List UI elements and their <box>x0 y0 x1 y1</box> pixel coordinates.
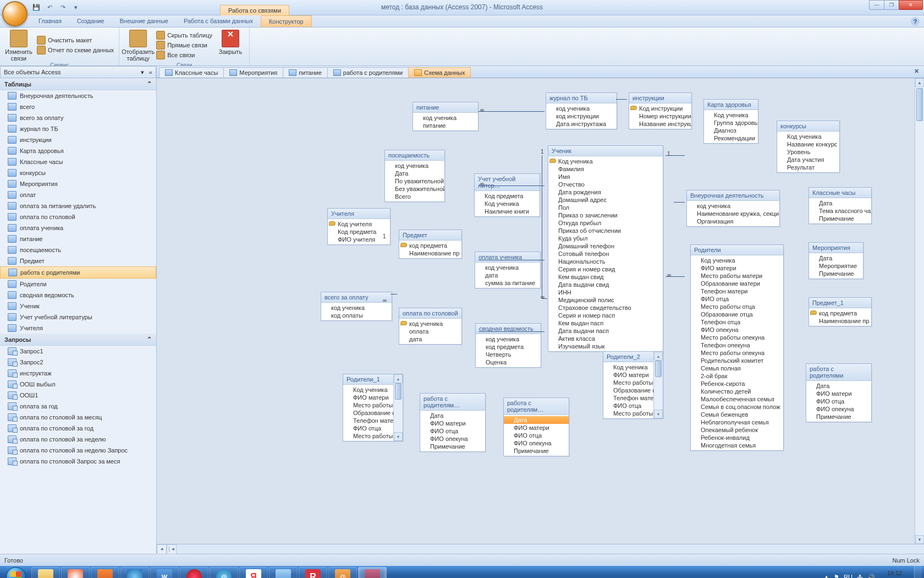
table-field[interactable]: Кем выдан пасп <box>548 319 663 327</box>
table-field[interactable]: Дата <box>809 254 863 262</box>
table-field[interactable]: Уровень <box>777 148 839 156</box>
all-relations-button[interactable]: Все связи <box>155 50 214 60</box>
table-box[interactable]: оплата по столовойкод ученикаоплатадата <box>399 308 462 345</box>
table-box-header[interactable]: всего за оплату <box>321 292 392 303</box>
table-field[interactable]: Тема классного ча <box>809 207 871 215</box>
table-field[interactable]: ФИО опекуна <box>806 405 871 413</box>
table-box-header[interactable]: Родители <box>691 245 783 255</box>
table-field[interactable]: Малообеспеченная семья <box>691 395 783 403</box>
table-field[interactable]: Дата выдачи свид <box>548 281 663 288</box>
tray-clock[interactable]: 18:1210.02.2013 <box>879 570 910 578</box>
nav-query-item[interactable]: ООШ выбыл <box>0 379 156 390</box>
document-tab[interactable]: Классные часы <box>159 67 224 78</box>
table-field[interactable]: оплата <box>399 328 461 335</box>
horizontal-scrollbar[interactable]: ◄ │◄ <box>157 544 924 554</box>
table-field[interactable]: Актив класса <box>548 335 663 342</box>
table-box-header[interactable]: оплата ученика <box>475 252 540 263</box>
table-field[interactable]: Образование матери <box>691 280 783 287</box>
table-box-header[interactable]: работа с родителями <box>806 364 871 381</box>
table-box[interactable]: посещаемостькод ученикаДатаПо уважительн… <box>384 150 445 202</box>
table-field[interactable]: Опекаемый ребенок <box>691 426 783 434</box>
table-field[interactable]: Место работы отца <box>691 303 783 310</box>
table-field[interactable]: Дата выдачи пасп <box>548 327 663 335</box>
table-field[interactable]: Оценка <box>476 358 541 366</box>
table-field[interactable]: код ученика <box>385 162 444 170</box>
nav-query-item[interactable]: оплата за год <box>0 401 156 412</box>
table-box[interactable]: конкурсыКод ученикаНазвание конкурсУрове… <box>777 121 840 173</box>
table-box[interactable]: работа с родителямиДатаФИО материФИО отц… <box>806 363 872 422</box>
table-field[interactable]: Серия и номер пасп <box>548 312 663 319</box>
nav-table-item[interactable]: Мероприятия <box>0 178 156 189</box>
nav-query-item[interactable]: инструктаж <box>0 368 156 379</box>
table-field[interactable]: Неблагополучная семья <box>691 418 783 426</box>
table-field[interactable]: Код ученика <box>475 200 540 208</box>
tab-constructor[interactable]: Конструктор <box>261 15 312 27</box>
nav-table-item[interactable]: всего <box>0 101 156 112</box>
redo-icon[interactable]: ↷ <box>57 2 68 13</box>
table-field[interactable]: Фамилия <box>548 165 663 173</box>
table-field[interactable]: Домашний адрес <box>548 196 663 204</box>
nav-query-item[interactable]: оплата по столовой за год <box>0 423 156 434</box>
table-field[interactable]: Код ученика <box>704 111 758 119</box>
taskbar-app2[interactable]: @ <box>328 567 357 578</box>
nav-query-item[interactable]: оплата по столовой за неделю <box>0 434 156 445</box>
tray-network-icon[interactable]: 🖧 <box>857 574 863 578</box>
table-field[interactable]: Страховое свидетельство <box>548 304 663 312</box>
table-field[interactable]: Имя <box>548 173 663 181</box>
table-field[interactable]: 2-ой брак <box>691 372 783 380</box>
table-field[interactable]: Серия и номер свид <box>548 265 663 273</box>
table-field[interactable]: Рекомендации <box>704 134 758 142</box>
table-field[interactable]: Пол <box>548 204 663 211</box>
taskbar-word[interactable]: W <box>150 567 179 578</box>
table-box[interactable]: УчителяКод учителяКод предметаФИО учител… <box>327 208 391 245</box>
table-field[interactable]: код ученика <box>399 320 461 328</box>
table-field[interactable]: ФИО учителя <box>328 236 390 243</box>
table-field[interactable]: Название конкурс <box>777 140 839 148</box>
table-field[interactable]: Медицинский полис <box>548 296 663 304</box>
table-field[interactable]: Семья полная <box>691 364 783 372</box>
table-box-header[interactable]: Внеурочная деятельность <box>687 190 779 201</box>
table-field[interactable]: ФИО матери <box>504 424 569 432</box>
table-field[interactable]: ФИО опекуна <box>420 435 485 443</box>
table-field[interactable]: Отчество <box>548 181 663 188</box>
tray-flag-icon[interactable]: ⚑ <box>834 574 839 579</box>
nav-table-item[interactable]: Классные часы <box>0 156 156 167</box>
nav-query-item[interactable]: Запрос2 <box>0 357 156 368</box>
box-scrollbar[interactable]: ▴▾ <box>393 374 403 441</box>
table-field[interactable]: Без уважительной <box>385 185 444 193</box>
table-field[interactable]: Место работы опекуна <box>691 349 783 357</box>
table-box-header[interactable]: посещаемость <box>385 150 444 161</box>
table-field[interactable]: Дата <box>504 416 569 424</box>
table-box-header[interactable]: питание <box>413 102 478 113</box>
table-box[interactable]: Внеурочная деятельностькод ученикаНаимен… <box>686 190 780 227</box>
show-desktop-button[interactable] <box>914 566 922 578</box>
table-box[interactable]: РодителиКод ученикаФИО материМесто работ… <box>690 244 784 451</box>
nav-query-item[interactable]: Запрос1 <box>0 346 156 357</box>
table-box-header[interactable]: работа с родителям… <box>420 394 485 411</box>
scrollbar-thumb[interactable] <box>655 361 662 377</box>
nav-query-item[interactable]: ООШ1 <box>0 390 156 401</box>
table-field[interactable]: ФИО отца <box>420 427 485 435</box>
table-field[interactable]: код ученика <box>413 114 478 122</box>
table-field[interactable]: Телефон опекуна <box>691 341 783 349</box>
table-field[interactable]: ФИО отца <box>504 432 569 439</box>
table-box[interactable]: журнал по ТБкод ученикакод инструкцииДат… <box>546 92 617 129</box>
nav-table-item[interactable]: Предмет <box>0 255 156 266</box>
table-field[interactable]: код ученика <box>687 202 779 210</box>
table-box[interactable]: работа с родителям…ДатаФИО материФИО отц… <box>503 397 569 456</box>
taskbar-media1[interactable] <box>61 567 90 578</box>
table-field[interactable]: сумма за питание <box>475 279 540 287</box>
taskbar-mail2[interactable] <box>269 567 298 578</box>
table-field[interactable]: Количество детей <box>691 388 783 395</box>
table-box-header[interactable]: Мероприятия <box>809 243 863 253</box>
nav-query-item[interactable]: оплата по столовой за неделю Запрос <box>0 445 156 456</box>
tray-lang[interactable]: RU <box>844 574 853 578</box>
nav-table-item[interactable]: Карта здоровья <box>0 145 156 156</box>
table-field[interactable]: Дата рождения <box>548 188 663 196</box>
table-box-header[interactable]: Предмет_1 <box>809 298 871 308</box>
table-box[interactable]: Классные часыДатаТема классного чаПримеч… <box>809 187 872 224</box>
save-icon[interactable]: 💾 <box>31 2 42 13</box>
table-field[interactable]: код ученика <box>321 304 392 312</box>
nav-table-item[interactable]: работа с родителями <box>0 266 156 279</box>
nav-table-item[interactable]: Учет учебной литературы <box>0 312 156 323</box>
